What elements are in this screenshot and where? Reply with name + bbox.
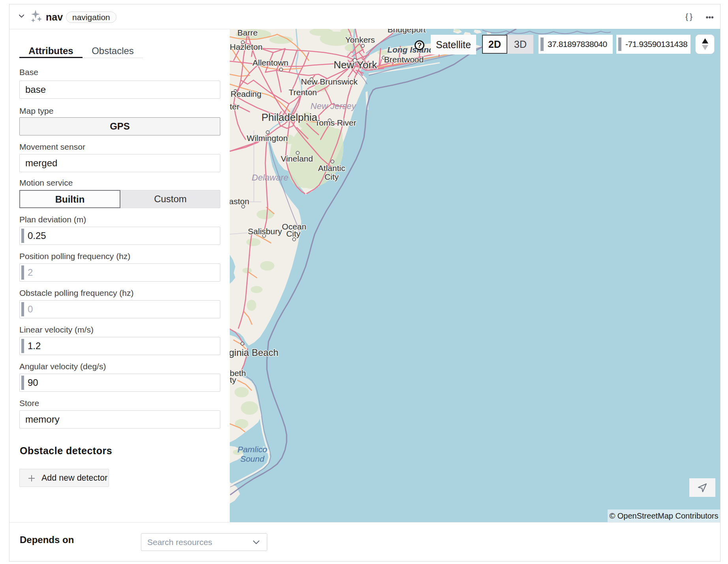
svg-text:Vineland: Vineland <box>281 154 313 163</box>
svg-text:City: City <box>286 229 301 238</box>
svg-text:New Jersey: New Jersey <box>311 101 357 111</box>
svg-text:Barre: Barre <box>237 29 257 37</box>
svg-text:Salisbury: Salisbury <box>248 227 282 236</box>
svg-text:New York: New York <box>334 59 377 71</box>
svg-text:aston: aston <box>230 197 249 206</box>
svg-text:Pamlico: Pamlico <box>238 445 267 454</box>
svg-text:Brentwood: Brentwood <box>384 55 424 64</box>
svg-text:Trenton: Trenton <box>289 88 317 97</box>
svg-text:Philadelphia: Philadelphia <box>261 111 317 123</box>
svg-text:Toms River: Toms River <box>315 118 356 127</box>
svg-text:Allentown: Allentown <box>252 58 288 67</box>
svg-text:Delaware: Delaware <box>252 173 289 182</box>
svg-text:ginia Beach: ginia Beach <box>230 347 278 358</box>
svg-text:Yonkers: Yonkers <box>345 35 375 44</box>
svg-text:Wilmington: Wilmington <box>247 133 288 143</box>
svg-text:Bridgeport: Bridgeport <box>388 29 426 34</box>
svg-text:Sound: Sound <box>240 454 265 463</box>
svg-text:Hazleton: Hazleton <box>230 42 263 51</box>
svg-text:Long Island: Long Island <box>387 45 434 54</box>
svg-text:ty: ty <box>230 375 236 384</box>
svg-text:Reading: Reading <box>231 89 261 98</box>
svg-text:ter: ter <box>230 102 240 111</box>
svg-text:Atlantic: Atlantic <box>318 164 345 173</box>
svg-text:City: City <box>325 172 339 181</box>
svg-text:New Brunswick: New Brunswick <box>301 77 358 86</box>
